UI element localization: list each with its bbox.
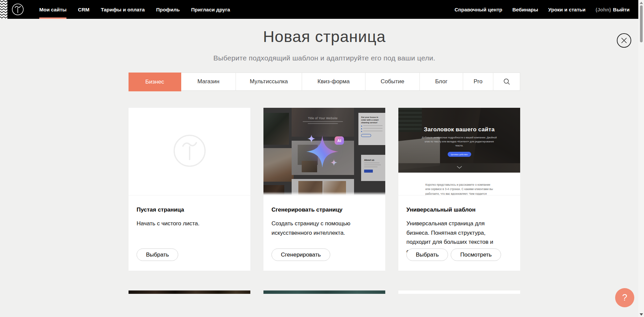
navbar-left-menu: Мои сайты CRM Тарифы и оплата Профиль Пр… [39, 0, 230, 19]
zigzag-pattern [0, 0, 7, 19]
card-universal-template: Заголовок вашего сайта Добавьте интересн… [398, 108, 520, 271]
tab-quiz-form[interactable]: Квиз-форма [302, 73, 365, 90]
nav-item-invite-friend[interactable]: Пригласи друга [191, 0, 230, 19]
template-card-partial[interactable] [129, 290, 250, 294]
card-blank-page: Пустая страница Начать с чистого листа. … [129, 108, 250, 271]
user-area: (John) Выйти [596, 7, 630, 12]
card-description: Начать с чистого листа. [137, 219, 237, 228]
navbar-right-menu: Справочный центр Вебинары Уроки и статьи… [454, 0, 638, 19]
nav-item-my-sites[interactable]: Мои сайты [39, 0, 66, 19]
preview-cta-button: Целевое действие [448, 152, 471, 157]
search-icon [503, 78, 510, 85]
preview-hero-title: Заголовок вашего сайта [398, 126, 520, 133]
tab-blog[interactable]: Блог [420, 73, 463, 90]
preview-body-text: Коротко представьтесь и расскажите о ком… [426, 183, 493, 195]
blank-page-preview [129, 108, 250, 195]
card-title: Пустая страница [137, 207, 242, 213]
tab-business[interactable]: Бизнес [129, 73, 181, 91]
template-category-tabs: Бизнес Магазин Мультиссылка Квиз-форма С… [129, 73, 520, 91]
tilda-watermark-icon [173, 134, 206, 169]
card-generate-ai: Title of Your Website Get your house in … [263, 108, 385, 271]
card-title: Универсальный шаблон [406, 207, 512, 213]
page-subtitle: Выберите подходящий шаблон и адаптируйте… [129, 54, 520, 62]
template-card-partial[interactable] [263, 290, 385, 294]
card-body: Универсальный шаблон Универсальная стран… [398, 195, 520, 270]
ai-badge: AI [335, 136, 344, 145]
card-body: Сгенерировать страницу Создать страницу … [263, 195, 385, 270]
ai-sparkle-small-icon [331, 159, 337, 166]
nav-item-plans-payment[interactable]: Тарифы и оплата [101, 0, 145, 19]
nav-item-profile[interactable]: Профиль [156, 0, 180, 19]
scrollbar-down-arrow[interactable] [640, 313, 643, 316]
card-description: Создать страницу с помощью искусственног… [271, 219, 372, 237]
new-page-dialog: Новая страница Выберите подходящий шабло… [129, 28, 520, 294]
card-title: Сгенерировать страницу [271, 207, 377, 213]
nav-item-lessons-articles[interactable]: Уроки и статьи [548, 0, 586, 19]
close-icon [621, 38, 627, 43]
scrollbar-thumb[interactable] [640, 5, 643, 42]
preview-text-section: Коротко представьтесь и расскажите о ком… [398, 173, 520, 195]
nav-item-crm[interactable]: CRM [78, 0, 89, 19]
close-button[interactable] [617, 33, 631, 48]
user-name: (John) [596, 7, 611, 12]
tab-pro[interactable]: Pro [463, 73, 493, 90]
logout-link[interactable]: Выйти [613, 7, 630, 12]
template-card-partial[interactable] [398, 290, 520, 294]
tab-search[interactable] [493, 73, 520, 90]
scrollbar-up-arrow[interactable] [640, 2, 643, 4]
preview-hero-subtitle: Добавьте интересные подробности о вашей … [421, 136, 498, 148]
card-body: Пустая страница Начать с чистого листа. … [129, 195, 250, 270]
ai-generate-preview: Title of Your Website Get your house in … [263, 108, 385, 195]
universal-template-preview: Заголовок вашего сайта Добавьте интересн… [398, 108, 520, 195]
blank-page-select-button[interactable]: Выбрать [137, 248, 178, 261]
tilda-logo[interactable] [11, 3, 24, 16]
universal-view-button[interactable]: Посмотреть [451, 248, 501, 261]
help-button[interactable]: ? [615, 288, 634, 307]
generate-button[interactable]: Сгенерировать [271, 248, 330, 261]
template-cards-row: Пустая страница Начать с чистого листа. … [129, 108, 520, 271]
preview-hero-section: Заголовок вашего сайта Добавьте интересн… [398, 108, 520, 173]
tab-shop[interactable]: Магазин [181, 73, 236, 90]
tab-event[interactable]: Событие [365, 73, 420, 90]
nav-item-help-center[interactable]: Справочный центр [454, 0, 502, 19]
universal-select-button[interactable]: Выбрать [406, 248, 448, 261]
scrollbar[interactable] [638, 0, 644, 317]
ai-sparkle-small-icon [307, 135, 315, 143]
template-cards-row-partial [129, 290, 520, 294]
chevron-down-icon [457, 164, 462, 170]
top-navbar: Мои сайты CRM Тарифы и оплата Профиль Пр… [0, 0, 638, 19]
nav-item-webinars[interactable]: Вебинары [512, 0, 538, 19]
page-title: Новая страница [129, 28, 520, 46]
tab-multilink[interactable]: Мультиссылка [236, 73, 302, 90]
